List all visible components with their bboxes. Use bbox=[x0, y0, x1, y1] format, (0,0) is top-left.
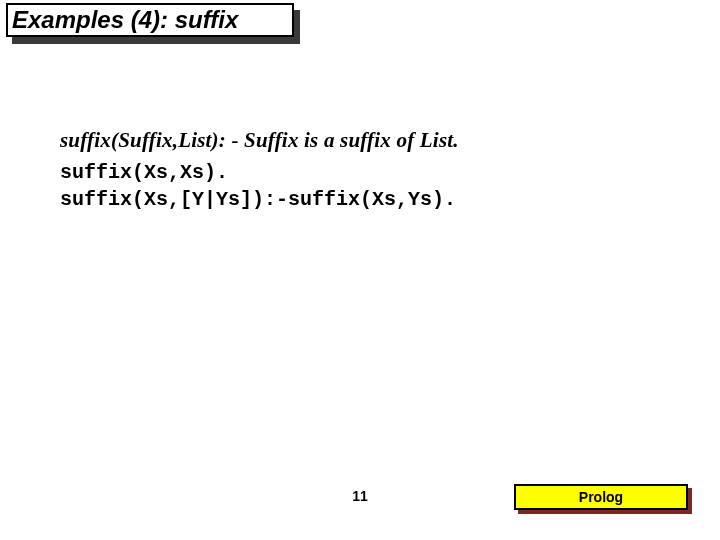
slide-title: Examples (4): suffix bbox=[12, 6, 238, 34]
badge-label: Prolog bbox=[579, 489, 623, 505]
code-line-1: suffix(Xs,Xs). bbox=[60, 159, 660, 186]
content-area: suffix(Suffix,List): - Suffix is a suffi… bbox=[60, 128, 660, 213]
title-box: Examples (4): suffix bbox=[6, 3, 294, 37]
topic-badge: Prolog bbox=[514, 484, 688, 510]
slide: Examples (4): suffix suffix(Suffix,List)… bbox=[0, 0, 720, 540]
code-line-2: suffix(Xs,[Y|Ys]):-suffix(Xs,Ys). bbox=[60, 186, 660, 213]
predicate-description: suffix(Suffix,List): - Suffix is a suffi… bbox=[60, 128, 660, 153]
footer: 11 Prolog bbox=[0, 484, 720, 512]
